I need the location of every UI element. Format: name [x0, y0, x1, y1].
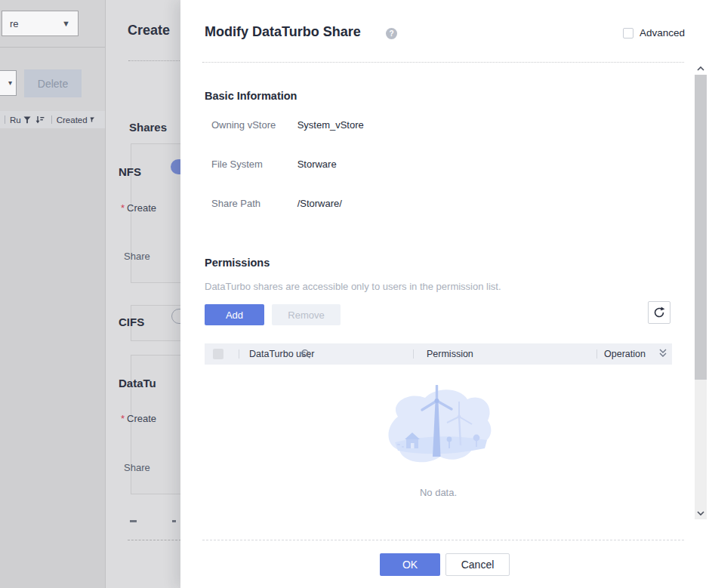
remove-button[interactable]: Remove — [272, 304, 341, 325]
scrollbar[interactable] — [695, 63, 707, 519]
vstore-select-value: re — [10, 18, 19, 29]
empty-state-illustration — [381, 385, 495, 477]
field-value: System_vStore — [297, 119, 364, 131]
column-settings-icon[interactable] — [658, 348, 667, 361]
filter-icon-partial — [90, 116, 94, 123]
screen: re ▼ ▾ Delete Ru Created — [0, 0, 709, 588]
delete-button[interactable]: Delete — [24, 69, 82, 97]
permissions-table-header: DataTurbo user Permission Operation — [205, 343, 672, 365]
share-path-row: Share Path /Storware/ — [211, 198, 342, 209]
select-all-checkbox[interactable] — [213, 349, 223, 359]
modify-dataturbo-share-dialog: Modify DataTurbo Share ? Advanced Basic … — [180, 0, 709, 588]
column-divider — [596, 349, 597, 359]
partial-dropdown[interactable]: ▾ — [0, 70, 17, 96]
permissions-heading: Permissions — [205, 257, 270, 269]
toolbar-divider — [0, 47, 105, 48]
required-mark: * — [121, 202, 125, 214]
nfs-create-field-label: *Create — [121, 202, 156, 214]
scrollbar-down-arrow[interactable] — [695, 507, 707, 519]
divider — [128, 540, 180, 540]
background-page: re ▼ ▾ Delete Ru Created — [0, 0, 105, 588]
background-table-body — [0, 128, 105, 588]
column-divider — [51, 115, 52, 124]
dialog-title: Modify DataTurbo Share — [205, 24, 361, 40]
vstore-select[interactable]: re ▼ — [2, 11, 79, 36]
text-fragment — [172, 520, 176, 522]
divider — [128, 60, 180, 61]
column-divider — [413, 349, 414, 359]
create-dialog: Create Shares NFS *Create Share CIFS Dat… — [105, 0, 180, 588]
advanced-option: Advanced — [623, 27, 685, 38]
scrollbar-up-arrow[interactable] — [695, 63, 707, 75]
dataturbo-create-field-label: *Create — [121, 413, 156, 424]
help-icon[interactable]: ? — [386, 28, 397, 39]
owning-vstore-row: Owning vStore System_vStore — [211, 119, 364, 131]
empty-state-text: No data. — [205, 487, 672, 498]
dataturbo-share-field-label: Share — [124, 462, 150, 473]
cifs-label: CIFS — [119, 316, 144, 328]
background-table-header: Ru Created — [0, 111, 105, 128]
column-divider — [239, 349, 239, 359]
create-dialog-title: Create — [128, 23, 170, 38]
field-label: Owning vStore — [211, 119, 293, 131]
cancel-button[interactable]: Cancel — [445, 553, 510, 576]
shares-heading: Shares — [129, 121, 167, 134]
text-fragment — [130, 520, 137, 522]
refresh-icon — [652, 306, 666, 319]
column-divider — [5, 115, 5, 124]
permissions-description: DataTurbo shares are accessible only to … — [205, 281, 501, 292]
field-label: Share Path — [211, 198, 293, 209]
column-operation: Operation — [604, 349, 646, 359]
sort-icon[interactable] — [35, 115, 45, 124]
filter-icon[interactable] — [23, 116, 31, 124]
search-icon[interactable] — [301, 349, 311, 362]
divider — [202, 540, 684, 540]
required-mark: * — [121, 413, 125, 424]
chevron-down-icon: ▼ — [62, 19, 70, 28]
field-label: File System — [211, 159, 293, 170]
field-value: /Storware/ — [297, 198, 342, 209]
advanced-checkbox[interactable] — [623, 28, 633, 38]
divider — [202, 62, 684, 63]
background-column-label: Created — [57, 115, 88, 125]
nfs-share-field-label: Share — [124, 251, 150, 262]
scrollbar-thumb[interactable] — [695, 75, 707, 380]
basic-information-heading: Basic Information — [205, 90, 297, 102]
advanced-label: Advanced — [640, 27, 685, 38]
file-system-row: File System Storware — [211, 159, 337, 170]
add-button[interactable]: Add — [205, 304, 264, 325]
background-column-label: Ru — [10, 115, 21, 125]
chevron-down-icon: ▾ — [8, 79, 12, 87]
refresh-button[interactable] — [648, 301, 670, 324]
dataturbo-card — [131, 355, 180, 494]
field-value: Storware — [297, 159, 337, 170]
nfs-toggle[interactable] — [171, 159, 180, 174]
ok-button[interactable]: OK — [380, 553, 440, 576]
dataturbo-label: DataTu — [119, 377, 156, 389]
nfs-label: NFS — [119, 165, 141, 178]
windmill-illustration — [381, 385, 495, 474]
column-permission: Permission — [427, 349, 473, 359]
